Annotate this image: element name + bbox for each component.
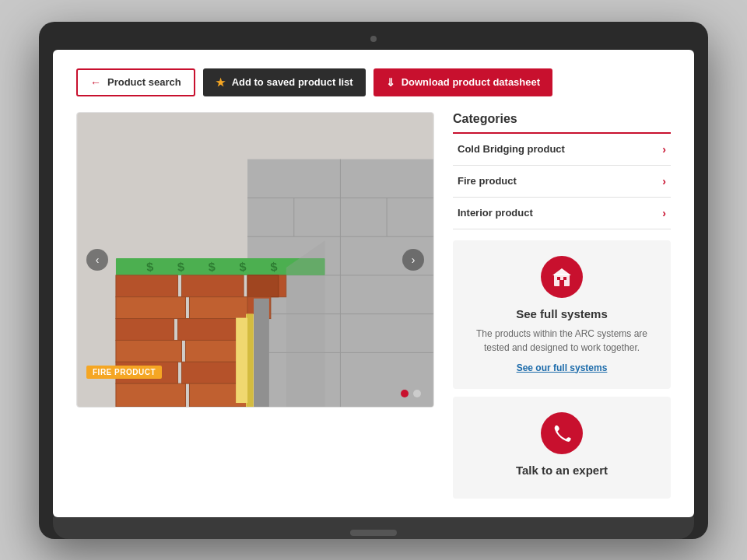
category-item-cold-bridging[interactable]: Cold Bridging product ›: [453, 134, 671, 166]
laptop-base: [53, 517, 694, 539]
chevron-right-icon: ›: [662, 175, 666, 187]
svg-rect-17: [116, 275, 178, 296]
svg-rect-24: [116, 340, 182, 362]
carousel-next-button[interactable]: ›: [402, 249, 424, 271]
svg-text:$: $: [239, 260, 247, 274]
sidebar: Categories Cold Bridging product › Fire …: [453, 112, 671, 499]
fire-product-badge: FIRE PRODUCT: [86, 366, 162, 379]
svg-rect-20: [116, 296, 186, 318]
carousel-dots: [401, 390, 421, 397]
category-cold-bridging-label: Cold Bridging product: [458, 143, 565, 155]
svg-rect-22: [116, 318, 174, 340]
laptop-notch: [350, 530, 397, 536]
carousel-container: $ $ $ $ $: [76, 112, 434, 408]
category-interior-label: Interior product: [458, 207, 533, 219]
chevron-right-icon: ›: [662, 143, 666, 156]
svg-text:$: $: [270, 260, 278, 274]
categories-title: Categories: [453, 112, 671, 126]
svg-marker-36: [286, 240, 325, 407]
systems-icon-circle: [541, 256, 583, 298]
carousel-section: $ $ $ $ $: [76, 112, 434, 499]
product-search-button[interactable]: ← Product search: [76, 68, 195, 96]
svg-rect-40: [559, 280, 564, 286]
chevron-right-icon: ›: [662, 207, 666, 219]
svg-text:$: $: [208, 260, 216, 274]
svg-text:$: $: [146, 260, 154, 274]
toolbar: ← Product search ★ Add to saved product …: [76, 68, 671, 96]
svg-rect-28: [116, 383, 186, 407]
phone-icon: [552, 423, 572, 443]
systems-card: See full systems The products within the…: [453, 240, 671, 389]
carousel-prev-button[interactable]: ‹: [86, 249, 108, 271]
arrow-left-icon: ←: [90, 76, 101, 89]
save-product-button[interactable]: ★ Add to saved product list: [203, 68, 366, 96]
laptop-frame: ← Product search ★ Add to saved product …: [39, 22, 708, 539]
categories-section: Categories Cold Bridging product › Fire …: [453, 112, 671, 229]
svg-marker-41: [552, 268, 571, 275]
camera-dot: [370, 36, 377, 42]
svg-rect-34: [254, 298, 269, 406]
systems-card-link[interactable]: See our full systems: [468, 362, 655, 373]
svg-rect-21: [189, 296, 255, 318]
svg-rect-38: [557, 277, 560, 280]
building-icon: [551, 266, 573, 288]
download-datasheet-button[interactable]: ⇓ Download product datasheet: [374, 68, 552, 96]
product-image: $ $ $ $ $: [77, 113, 433, 407]
carousel-dot-2[interactable]: [413, 390, 421, 397]
download-label: Download product datasheet: [402, 76, 540, 88]
svg-rect-35: [236, 317, 247, 402]
main-layout: $ $ $ $ $: [76, 112, 671, 499]
download-icon: ⇓: [386, 76, 395, 89]
star-icon: ★: [216, 76, 226, 89]
carousel-dot-1[interactable]: [401, 390, 409, 397]
expert-icon-circle: [541, 412, 583, 454]
category-item-fire[interactable]: Fire product ›: [453, 166, 671, 198]
svg-rect-30: [247, 275, 279, 296]
systems-card-title: See full systems: [468, 307, 655, 320]
category-fire-label: Fire product: [458, 175, 517, 187]
page-content: ← Product search ★ Add to saved product …: [53, 50, 694, 517]
laptop-screen: ← Product search ★ Add to saved product …: [53, 50, 694, 517]
svg-rect-39: [563, 277, 566, 280]
svg-rect-33: [247, 313, 253, 406]
save-label: Add to saved product list: [232, 76, 353, 88]
systems-card-description: The products within the ARC systems are …: [468, 327, 655, 355]
svg-text:$: $: [177, 260, 184, 274]
product-search-label: Product search: [107, 76, 181, 88]
category-item-interior[interactable]: Interior product ›: [453, 198, 671, 229]
svg-rect-18: [182, 275, 244, 296]
expert-card-title: Talk to an expert: [468, 464, 655, 477]
expert-card: Talk to an expert: [453, 397, 671, 499]
